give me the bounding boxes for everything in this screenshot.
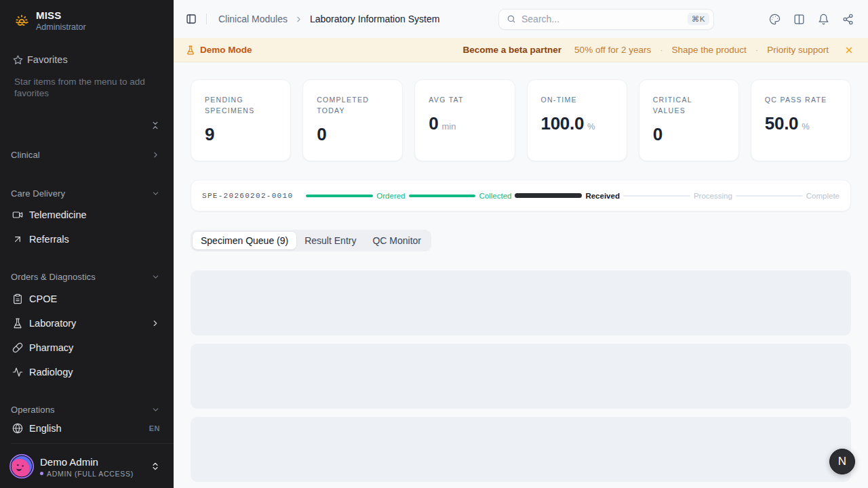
layout-button[interactable] — [789, 9, 808, 28]
star-icon — [13, 55, 23, 65]
pill-icon — [12, 342, 23, 353]
chevron-down-icon — [151, 272, 160, 281]
bell-icon — [818, 14, 829, 25]
section-label: Operations — [11, 405, 55, 415]
search-input[interactable]: Search... ⌘K — [498, 9, 714, 30]
stage-line-collected — [409, 195, 476, 197]
skeleton-row — [191, 417, 851, 482]
banner-perk: Priority support — [767, 45, 829, 55]
activity-icon — [12, 367, 23, 378]
sidebar-item-label: CPOE — [29, 293, 160, 304]
stat-card-critical-values: CRITICAL VALUES 0 — [639, 79, 739, 161]
stat-value: 0 — [653, 124, 663, 144]
sidebar-nav: Clinical Care Delivery Telemedicine Refe… — [0, 130, 174, 439]
close-icon — [844, 45, 854, 55]
care-delivery-items: Telemedicine Referrals — [0, 204, 174, 250]
stat-value: 9 — [205, 124, 214, 144]
stat-label: ON-TIME — [541, 94, 612, 105]
chevron-down-icon — [151, 405, 160, 414]
brand-subtitle: Administrator — [36, 22, 86, 33]
sidebar-section-clinical[interactable]: Clinical — [0, 148, 174, 161]
page-content: PENDING SPECIMENS 9 COMPLETED TODAY 0 AV… — [174, 62, 868, 488]
chevron-right-icon — [294, 15, 303, 24]
skeleton-row — [191, 344, 851, 409]
notifications-button[interactable] — [814, 9, 833, 28]
stat-value: 100.0 — [541, 113, 585, 134]
loading-skeletons — [191, 270, 851, 482]
tab-result-entry[interactable]: Result Entry — [296, 232, 364, 249]
stat-card-qc-pass-rate: QC PASS RATE 50.0% — [751, 79, 851, 161]
topbar-actions — [765, 9, 857, 28]
brand-text: MISS Administrator — [36, 9, 86, 33]
stat-label: QC PASS RATE — [765, 94, 835, 105]
favorites-label: Favorites — [27, 54, 68, 65]
specimen-id: SPE-20260202-0010 — [202, 192, 293, 200]
chevrons-up-down-icon — [151, 462, 160, 471]
banner-cta-link[interactable]: Become a beta partner — [463, 45, 562, 55]
banner-separator-dot: · — [660, 45, 663, 55]
chevron-right-icon — [151, 319, 160, 328]
chevron-right-icon — [151, 150, 160, 159]
section-label: Care Delivery — [11, 188, 65, 199]
brand: MISS Administrator — [0, 0, 174, 33]
breadcrumb-parent[interactable]: Clinical Modules — [218, 14, 288, 24]
flask-icon — [186, 45, 195, 55]
sidebar-item-label: Referrals — [29, 234, 160, 245]
theme-button[interactable] — [765, 9, 784, 28]
chevrons-down-up-icon[interactable] — [151, 121, 160, 130]
sidebar-section-care-delivery[interactable]: Care Delivery — [0, 186, 174, 200]
share-button[interactable] — [838, 9, 857, 28]
banner-close-button[interactable] — [842, 43, 856, 57]
sidebar-item-referrals[interactable]: Referrals — [5, 228, 168, 250]
sidebar-section-orders-diagnostics[interactable]: Orders & Diagnostics — [0, 270, 174, 283]
sidebar-item-cpoe[interactable]: CPOE — [5, 288, 168, 310]
favorites-hint: Star items from the menu to add favorite… — [14, 76, 146, 99]
tab-specimen-queue[interactable]: Specimen Queue (9) — [193, 232, 296, 249]
stat-value: 0 — [317, 124, 326, 144]
fab-n-button[interactable]: N — [829, 449, 855, 474]
banner-title: Demo Mode — [200, 45, 252, 55]
banner-right: Become a beta partner 50% off for 2 year… — [463, 43, 856, 57]
stage-label-processing: Processing — [694, 192, 732, 200]
stat-label: AVG TAT — [429, 94, 499, 105]
sidebar-item-language[interactable]: English EN — [5, 418, 168, 439]
user-name: Demo Admin — [40, 455, 144, 468]
stat-unit: % — [802, 121, 810, 131]
breadcrumb-current: Laboratory Information System — [310, 14, 439, 24]
sidebar-item-telemedicine[interactable]: Telemedicine — [5, 204, 168, 226]
sidebar-item-pharmacy[interactable]: Pharmacy — [5, 337, 168, 359]
sidebar-section-operations[interactable]: Operations — [0, 403, 174, 416]
sidebar-item-label: Pharmacy — [29, 342, 160, 353]
language-badge: EN — [149, 424, 160, 432]
tab-qc-monitor[interactable]: QC Monitor — [364, 232, 429, 249]
stat-unit: min — [442, 121, 456, 131]
stage-line-processing — [623, 195, 690, 197]
stat-unit: % — [587, 121, 595, 131]
topbar: Clinical Modules Laboratory Information … — [174, 0, 868, 38]
arrow-up-right-icon — [12, 234, 23, 245]
stat-label: COMPLETED TODAY — [317, 94, 387, 116]
stage-label-complete: Complete — [806, 192, 840, 200]
stat-card-avg-tat: AVG TAT 0min — [414, 79, 515, 161]
sidebar-item-radiology[interactable]: Radiology — [5, 361, 168, 383]
app-root: MISS Administrator Favorites Star items … — [0, 0, 868, 488]
user-menu[interactable]: Demo Admin ADMIN (FULL ACCESS) — [0, 454, 174, 479]
collapse-row — [0, 121, 174, 130]
sidebar-item-label: Laboratory — [29, 318, 151, 329]
search-icon — [507, 14, 516, 24]
user-role: ADMIN (FULL ACCESS) — [47, 470, 134, 478]
sidebar-item-laboratory[interactable]: Laboratory — [5, 312, 168, 334]
section-label: Orders & Diagnostics — [11, 272, 96, 282]
brand-title: MISS — [36, 9, 86, 22]
panel-left-icon — [186, 14, 197, 24]
stat-label: PENDING SPECIMENS — [205, 94, 275, 116]
sidebar-divider — [11, 443, 174, 444]
sidebar-item-label: Telemedicine — [29, 209, 160, 220]
sidebar-toggle-button[interactable] — [182, 9, 201, 28]
breadcrumb: Clinical Modules Laboratory Information … — [218, 14, 439, 24]
sidebar-item-label: Radiology — [29, 367, 160, 378]
chevron-down-icon — [151, 189, 160, 198]
banner-perk: 50% off for 2 years — [574, 45, 651, 55]
sidebar-item-label: English — [29, 423, 149, 434]
user-role-row: ADMIN (FULL ACCESS) — [40, 470, 144, 478]
